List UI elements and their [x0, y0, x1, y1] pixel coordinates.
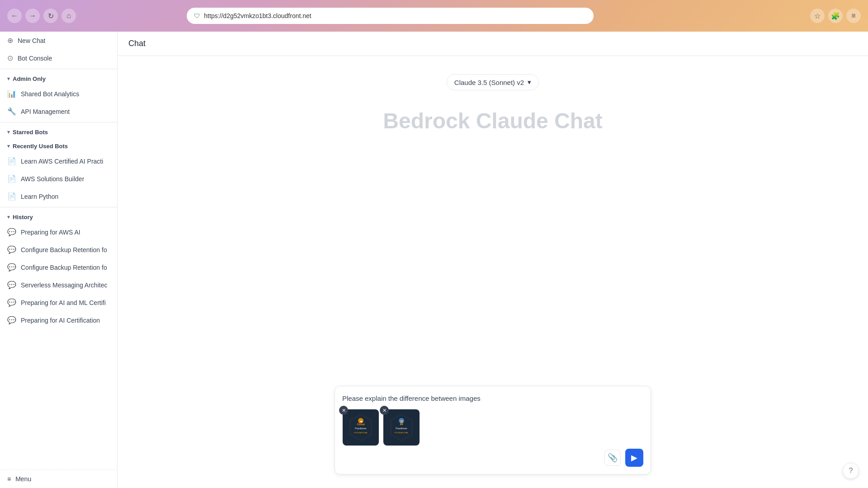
- chat-input-actions: 📎 ▶: [342, 449, 643, 467]
- svg-text:🤖: 🤖: [400, 419, 404, 423]
- new-chat-item[interactable]: ⊕ New Chat: [0, 32, 117, 49]
- attach-icon: 📎: [608, 453, 618, 463]
- model-selector-button[interactable]: Claude 3.5 (Sonnet) v2 ▾: [447, 74, 539, 90]
- menu-label: Menu: [15, 475, 31, 483]
- help-button[interactable]: ?: [843, 463, 859, 479]
- aws-ai-practitioner-badge: AI Practitioner FOUNDATIONAL 🤖: [386, 412, 417, 443]
- divider-3: [0, 207, 117, 207]
- main-content: Chat Claude 3.5 (Sonnet) v2 ▾ Bedrock Cl…: [118, 32, 868, 488]
- bot-console-icon: ⊙: [7, 54, 13, 62]
- shared-bot-analytics-item[interactable]: 📊 Shared Bot Analytics: [0, 85, 117, 103]
- api-management-item[interactable]: 🔧 API Management: [0, 103, 117, 120]
- starred-section-label: Starred Bots: [13, 129, 48, 136]
- history-item-3-label: Serverless Messaging Architec: [21, 282, 107, 289]
- admin-chevron-icon: ▾: [7, 76, 10, 82]
- history-item-1-label: Configure Backup Retention fo: [21, 246, 107, 253]
- model-label: Claude 3.5 (Sonnet) v2: [454, 79, 524, 86]
- nav-buttons: ← → ↻ ⌂: [7, 9, 76, 23]
- chat-input-images: ✕ Cloud Practitioner FOUNDATIONAL ☁: [342, 409, 643, 445]
- api-management-label: API Management: [21, 108, 70, 115]
- recently-chevron-icon: ▾: [7, 143, 10, 149]
- bot-item-0[interactable]: 📄 Learn AWS Certified AI Practi: [0, 152, 117, 170]
- bookmark-button[interactable]: ☆: [810, 9, 825, 23]
- history-item-4-icon: 💬: [7, 298, 16, 307]
- history-item-1-icon: 💬: [7, 245, 16, 254]
- send-icon: ▶: [631, 453, 637, 463]
- url-input[interactable]: [204, 12, 586, 19]
- bot-item-2-icon: 📄: [7, 192, 16, 201]
- chat-header: Chat: [118, 32, 868, 56]
- history-item-5-label: Preparing for AI Certification: [21, 317, 100, 324]
- chat-header-title: Chat: [128, 39, 146, 48]
- svg-text:Practitioner: Practitioner: [355, 427, 367, 430]
- browser-actions: ☆ 🧩 ≡: [810, 9, 861, 23]
- help-icon: ?: [849, 467, 853, 475]
- history-item-0[interactable]: 💬 Preparing for AWS AI: [0, 223, 117, 241]
- bot-console-label: Bot Console: [18, 55, 52, 62]
- shared-bot-label: Shared Bot Analytics: [21, 90, 79, 98]
- refresh-button[interactable]: ↻: [43, 9, 58, 23]
- svg-text:FOUNDATIONAL: FOUNDATIONAL: [354, 432, 368, 434]
- starred-section-header[interactable]: ▾ Starred Bots: [0, 124, 117, 138]
- image-attachment-2: ✕ AI Practitioner FOUNDATIONAL 🤖: [383, 409, 419, 445]
- recently-section-label: Recently Used Bots: [13, 143, 68, 150]
- admin-section-header[interactable]: ▾ Admin Only: [0, 71, 117, 85]
- bot-item-0-icon: 📄: [7, 157, 16, 165]
- chat-area: Claude 3.5 (Sonnet) v2 ▾ Bedrock Claude …: [118, 56, 868, 488]
- bot-item-2-label: Learn Python: [21, 193, 58, 200]
- svg-text:FOUNDATIONAL: FOUNDATIONAL: [394, 432, 409, 434]
- menu-item[interactable]: ≡ Menu: [0, 469, 117, 488]
- history-item-1[interactable]: 💬 Configure Backup Retention fo: [0, 241, 117, 258]
- history-item-3[interactable]: 💬 Serverless Messaging Architec: [0, 276, 117, 294]
- image-1-preview: Cloud Practitioner FOUNDATIONAL ☁: [343, 409, 379, 446]
- bot-item-0-label: Learn AWS Certified AI Practi: [21, 158, 103, 165]
- history-item-2-icon: 💬: [7, 263, 16, 272]
- forward-button[interactable]: →: [25, 9, 40, 23]
- address-bar: 🛡: [187, 8, 594, 24]
- recently-section-header[interactable]: ▾ Recently Used Bots: [0, 138, 117, 152]
- bot-item-1-label: AWS Solutions Builder: [21, 175, 84, 183]
- divider-1: [0, 69, 117, 69]
- history-chevron-icon: ▾: [7, 214, 10, 220]
- history-item-4[interactable]: 💬 Preparing for AI and ML Certifi: [0, 294, 117, 311]
- menu-icon: ≡: [7, 475, 11, 483]
- history-item-5[interactable]: 💬 Preparing for AI Certification: [0, 311, 117, 329]
- new-chat-label: New Chat: [18, 37, 45, 44]
- new-chat-icon: ⊕: [7, 36, 13, 45]
- history-item-0-icon: 💬: [7, 228, 16, 236]
- bot-item-1[interactable]: 📄 AWS Solutions Builder: [0, 170, 117, 188]
- image-attachment-1: ✕ Cloud Practitioner FOUNDATIONAL ☁: [342, 409, 378, 445]
- back-button[interactable]: ←: [7, 9, 22, 23]
- history-item-2[interactable]: 💬 Configure Backup Retention fo: [0, 258, 117, 276]
- shared-bot-icon: 📊: [7, 89, 16, 98]
- aws-cloud-practitioner-badge: Cloud Practitioner FOUNDATIONAL ☁: [345, 412, 377, 443]
- bot-item-1-icon: 📄: [7, 174, 16, 183]
- history-item-4-label: Preparing for AI and ML Certifi: [21, 299, 106, 306]
- app-container: ⊕ New Chat ⊙ Bot Console ▾ Admin Only 📊 …: [0, 32, 868, 488]
- extensions-button[interactable]: 🧩: [828, 9, 843, 23]
- image-2-preview: AI Practitioner FOUNDATIONAL 🤖: [383, 409, 420, 446]
- browser-menu-button[interactable]: ≡: [846, 9, 861, 23]
- bot-console-item[interactable]: ⊙ Bot Console: [0, 49, 117, 67]
- send-button[interactable]: ▶: [625, 449, 643, 467]
- api-management-icon: 🔧: [7, 107, 16, 116]
- svg-text:☁: ☁: [359, 419, 363, 422]
- history-section-label: History: [13, 214, 33, 221]
- svg-text:Practitioner: Practitioner: [396, 427, 407, 430]
- attach-button[interactable]: 📎: [604, 450, 621, 466]
- history-item-2-label: Configure Backup Retention fo: [21, 264, 107, 271]
- remove-image-1-button[interactable]: ✕: [339, 406, 348, 415]
- bot-item-2[interactable]: 📄 Learn Python: [0, 188, 117, 205]
- remove-image-2-button[interactable]: ✕: [380, 406, 389, 415]
- chat-input-container: Please explain the difference between im…: [335, 386, 651, 475]
- security-icon: 🛡: [194, 12, 200, 19]
- model-chevron-icon: ▾: [528, 78, 531, 86]
- browser-chrome: ← → ↻ ⌂ 🛡 ☆ 🧩 ≡: [0, 0, 868, 32]
- chat-title: Bedrock Claude Chat: [383, 108, 602, 133]
- history-item-0-label: Preparing for AWS AI: [21, 229, 80, 236]
- home-button[interactable]: ⌂: [61, 9, 76, 23]
- history-section-header[interactable]: ▾ History: [0, 209, 117, 223]
- history-item-3-icon: 💬: [7, 281, 16, 289]
- starred-chevron-icon: ▾: [7, 129, 10, 135]
- chat-input-text: Please explain the difference between im…: [342, 394, 643, 404]
